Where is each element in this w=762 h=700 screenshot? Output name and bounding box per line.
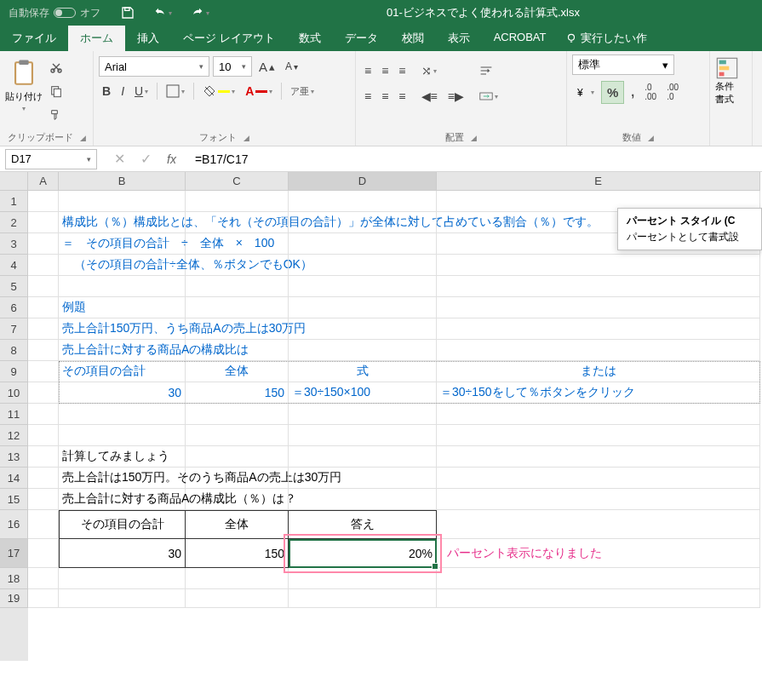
italic-button[interactable]: I xyxy=(117,82,128,100)
cancel-formula-icon[interactable]: ✕ xyxy=(114,151,125,167)
row-header[interactable]: 16 xyxy=(0,510,28,539)
clipboard-dialog-icon[interactable]: ◢ xyxy=(80,134,86,142)
cell[interactable]: 構成比（％）構成比とは、「それ（その項目の合計）」が全体に対して占めている割合（… xyxy=(59,212,186,233)
number-format-combo[interactable]: 標準▾ xyxy=(572,55,674,75)
cell[interactable]: 売上合計に対する商品Aの構成比（％）は？ xyxy=(59,489,186,510)
tab-data[interactable]: データ xyxy=(333,26,390,51)
cell[interactable]: （その項目の合計÷全体、％ボタンでもOK） xyxy=(59,255,186,276)
row-header[interactable]: 18 xyxy=(0,568,28,589)
col-header-d[interactable]: D xyxy=(289,172,437,191)
cell[interactable]: 答え xyxy=(289,510,437,539)
cell[interactable]: ＝30÷150をして％ボタンをクリック xyxy=(437,382,760,404)
decrease-decimal-icon[interactable]: .00.0 xyxy=(663,80,682,104)
align-middle-icon[interactable]: ≡ xyxy=(378,61,392,80)
cell[interactable]: その項目の合計 xyxy=(59,510,186,539)
worksheet-grid[interactable]: 構成比（％）構成比とは、「それ（その項目の合計）」が全体に対して占めている割合（… xyxy=(28,191,760,661)
row-header[interactable]: 12 xyxy=(0,425,28,446)
percent-style-button[interactable]: % xyxy=(601,81,624,104)
cell[interactable]: ＝ その項目の合計 ÷ 全体 × 100 xyxy=(59,233,186,255)
row-header[interactable]: 14 xyxy=(0,468,28,489)
tab-review[interactable]: 校閲 xyxy=(390,26,436,51)
font-color-button[interactable]: A▾ xyxy=(242,82,276,100)
row-header[interactable]: 6 xyxy=(0,297,28,318)
col-header-c[interactable]: C xyxy=(186,172,289,191)
cut-icon[interactable] xyxy=(46,58,66,77)
align-bottom-icon[interactable]: ≡ xyxy=(395,61,409,80)
tab-page-layout[interactable]: ページ レイアウト xyxy=(171,26,287,51)
align-left-icon[interactable]: ≡ xyxy=(361,87,375,106)
col-header-b[interactable]: B xyxy=(59,172,186,191)
cell[interactable]: 全体 xyxy=(186,361,289,382)
col-header-a[interactable]: A xyxy=(28,172,59,191)
underline-button[interactable]: U▾ xyxy=(131,82,152,100)
col-header-e[interactable]: E xyxy=(437,172,760,191)
font-name-combo[interactable]: Arial▾ xyxy=(99,56,209,77)
border-button[interactable]: ▾ xyxy=(163,82,188,100)
comma-style-icon[interactable]: , xyxy=(627,83,638,101)
row-headers[interactable]: 1 2 3 4 5 6 7 8 9 10 11 12 13 14 15 16 1… xyxy=(0,191,28,661)
undo-icon[interactable]: ▾ xyxy=(150,3,175,22)
font-size-combo[interactable]: 10▾ xyxy=(213,56,252,77)
column-headers[interactable]: A B C D E xyxy=(28,172,760,191)
paste-icon[interactable] xyxy=(9,58,38,89)
copy-icon[interactable] xyxy=(46,82,66,100)
accept-formula-icon[interactable]: ✓ xyxy=(140,151,152,167)
increase-indent-icon[interactable]: ≡▶ xyxy=(444,87,467,106)
tab-acrobat[interactable]: ACROBAT xyxy=(482,26,559,51)
paste-label[interactable]: 貼り付け xyxy=(5,90,43,103)
row-header[interactable]: 7 xyxy=(0,318,28,340)
font-dialog-icon[interactable]: ◢ xyxy=(243,134,249,142)
row-header[interactable]: 17 xyxy=(0,539,28,568)
row-header[interactable]: 11 xyxy=(0,404,28,425)
cell[interactable]: 売上合計150万円、うち商品Aの売上は30万円 xyxy=(59,318,186,340)
fill-color-button[interactable]: ▾ xyxy=(199,82,238,100)
orientation-icon[interactable]: ⤭▾ xyxy=(418,61,440,80)
align-top-icon[interactable]: ≡ xyxy=(361,61,375,80)
conditional-format-icon[interactable] xyxy=(715,56,739,80)
increase-font-icon[interactable]: A▴ xyxy=(255,57,278,77)
row-header[interactable]: 2 xyxy=(0,212,28,233)
name-box[interactable]: D17▾ xyxy=(5,149,97,169)
row-header[interactable]: 10 xyxy=(0,382,28,404)
alignment-dialog-icon[interactable]: ◢ xyxy=(471,134,477,142)
tell-me-search[interactable]: 実行したい作 xyxy=(559,26,654,51)
autosave-toggle[interactable]: 自動保存 オフ xyxy=(9,6,100,20)
cell[interactable]: 30 xyxy=(59,382,186,404)
tab-formulas[interactable]: 数式 xyxy=(287,26,333,51)
autosave-switch-icon[interactable] xyxy=(54,8,76,18)
cell[interactable]: その項目の合計 xyxy=(59,361,186,382)
cell[interactable]: 式 xyxy=(289,361,437,382)
merge-cells-icon[interactable]: ▾ xyxy=(476,87,501,106)
increase-decimal-icon[interactable]: .0.00 xyxy=(641,80,660,104)
save-icon[interactable] xyxy=(117,3,138,22)
cell[interactable]: パーセント表示になりました xyxy=(437,539,760,568)
cell[interactable]: 例題 xyxy=(59,297,186,318)
row-header[interactable]: 9 xyxy=(0,361,28,382)
row-header[interactable]: 19 xyxy=(0,589,28,608)
row-header[interactable]: 4 xyxy=(0,255,28,276)
row-header[interactable]: 15 xyxy=(0,489,28,510)
accounting-format-icon[interactable]: ¥▾ xyxy=(572,83,598,101)
row-header[interactable]: 3 xyxy=(0,233,28,255)
tab-home[interactable]: ホーム xyxy=(68,26,125,51)
formula-input[interactable]: =B17/C17 xyxy=(188,152,762,166)
row-header[interactable]: 5 xyxy=(0,276,28,297)
row-header[interactable]: 8 xyxy=(0,340,28,361)
cell[interactable]: 150 xyxy=(186,382,289,404)
decrease-font-icon[interactable]: A▾ xyxy=(282,58,301,75)
align-center-icon[interactable]: ≡ xyxy=(378,87,392,106)
cell[interactable]: 150 xyxy=(186,539,289,568)
cell[interactable]: 売上合計は150万円。そのうち商品Aの売上は30万円 xyxy=(59,468,186,489)
cell[interactable]: 全体 xyxy=(186,510,289,539)
cell[interactable]: 30 xyxy=(59,539,186,568)
format-painter-icon[interactable] xyxy=(46,106,66,124)
row-header[interactable]: 13 xyxy=(0,446,28,468)
fx-icon[interactable]: fx xyxy=(167,152,176,166)
tab-file[interactable]: ファイル xyxy=(0,26,68,51)
number-dialog-icon[interactable]: ◢ xyxy=(648,134,654,142)
cell[interactable]: ＝30÷150×100 xyxy=(289,382,437,404)
align-right-icon[interactable]: ≡ xyxy=(395,87,409,106)
tab-view[interactable]: 表示 xyxy=(436,26,482,51)
phonetic-button[interactable]: ア亜▾ xyxy=(287,83,318,100)
decrease-indent-icon[interactable]: ◀≡ xyxy=(418,87,441,106)
